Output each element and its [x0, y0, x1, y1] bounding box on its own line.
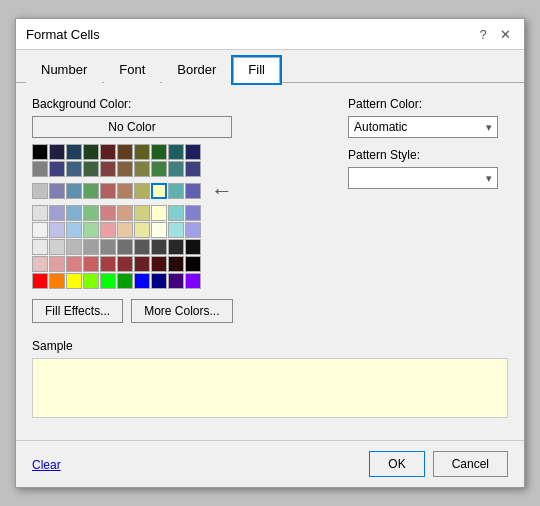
color-cell[interactable]	[151, 161, 167, 177]
color-cell[interactable]	[100, 273, 116, 289]
no-color-button[interactable]: No Color	[32, 116, 232, 138]
color-cell[interactable]	[185, 205, 201, 221]
color-cell[interactable]	[185, 161, 201, 177]
pattern-color-select[interactable]: Automatic	[348, 116, 498, 138]
color-cell[interactable]	[83, 183, 99, 199]
color-cell[interactable]	[151, 273, 167, 289]
color-cell[interactable]	[134, 273, 150, 289]
color-cell[interactable]	[168, 205, 184, 221]
color-row-4	[32, 205, 328, 221]
title-bar-right: ? ✕	[474, 25, 514, 43]
color-cell[interactable]	[49, 144, 65, 160]
color-cell[interactable]	[134, 222, 150, 238]
color-cell[interactable]	[83, 222, 99, 238]
color-cell[interactable]	[66, 161, 82, 177]
color-cell[interactable]	[32, 256, 48, 272]
tab-font[interactable]: Font	[104, 57, 160, 83]
color-cell[interactable]	[66, 144, 82, 160]
color-cell[interactable]	[168, 222, 184, 238]
color-cell[interactable]	[66, 273, 82, 289]
help-button[interactable]: ?	[474, 25, 492, 43]
clear-button[interactable]: Clear	[32, 458, 61, 472]
color-cell[interactable]	[83, 205, 99, 221]
color-cell[interactable]	[168, 273, 184, 289]
color-cell[interactable]	[117, 256, 133, 272]
color-cell[interactable]	[83, 256, 99, 272]
color-cell[interactable]	[32, 205, 48, 221]
color-cell[interactable]	[117, 183, 133, 199]
color-cell[interactable]	[134, 256, 150, 272]
color-cell[interactable]	[185, 144, 201, 160]
color-cell[interactable]	[66, 183, 82, 199]
color-cell[interactable]	[32, 183, 48, 199]
color-cell[interactable]	[117, 144, 133, 160]
color-cell[interactable]	[100, 239, 116, 255]
color-cell[interactable]	[168, 183, 184, 199]
color-cell[interactable]	[168, 144, 184, 160]
color-cell[interactable]	[185, 222, 201, 238]
color-cell[interactable]	[100, 183, 116, 199]
color-cell[interactable]	[168, 256, 184, 272]
tab-number[interactable]: Number	[26, 57, 102, 83]
color-cell[interactable]	[185, 256, 201, 272]
color-cell[interactable]	[151, 205, 167, 221]
color-cell[interactable]	[49, 161, 65, 177]
more-colors-button[interactable]: More Colors...	[131, 299, 232, 323]
footer-left: Clear	[32, 457, 361, 472]
color-cell[interactable]	[151, 144, 167, 160]
tab-fill[interactable]: Fill	[233, 57, 280, 83]
pattern-style-label: Pattern Style:	[348, 148, 508, 162]
color-cell[interactable]	[117, 273, 133, 289]
color-cell[interactable]	[66, 205, 82, 221]
color-cell[interactable]	[151, 222, 167, 238]
color-cell[interactable]	[83, 273, 99, 289]
color-cell[interactable]	[83, 161, 99, 177]
tab-border[interactable]: Border	[162, 57, 231, 83]
color-cell[interactable]	[49, 256, 65, 272]
color-cell[interactable]	[117, 205, 133, 221]
color-cell[interactable]	[49, 273, 65, 289]
color-cell[interactable]	[66, 222, 82, 238]
ok-button[interactable]: OK	[369, 451, 424, 477]
color-cell[interactable]	[151, 239, 167, 255]
color-cell[interactable]	[49, 183, 65, 199]
color-cell[interactable]	[134, 144, 150, 160]
color-cell[interactable]	[134, 183, 150, 199]
color-cell[interactable]	[185, 239, 201, 255]
color-cell[interactable]	[32, 161, 48, 177]
color-cell[interactable]	[100, 222, 116, 238]
color-cell-selected[interactable]	[151, 183, 167, 199]
color-cell[interactable]	[134, 239, 150, 255]
color-cell[interactable]	[185, 273, 201, 289]
color-cell[interactable]	[66, 256, 82, 272]
color-row-2	[32, 161, 328, 177]
color-cell[interactable]	[32, 144, 48, 160]
color-cell[interactable]	[32, 239, 48, 255]
title-bar: Format Cells ? ✕	[16, 19, 524, 50]
color-cell[interactable]	[134, 205, 150, 221]
color-cell[interactable]	[83, 239, 99, 255]
pattern-style-select[interactable]	[348, 167, 498, 189]
color-cell[interactable]	[117, 161, 133, 177]
color-cell[interactable]	[100, 161, 116, 177]
color-cell[interactable]	[100, 256, 116, 272]
color-cell[interactable]	[134, 161, 150, 177]
color-cell[interactable]	[117, 239, 133, 255]
color-cell[interactable]	[100, 144, 116, 160]
color-cell[interactable]	[117, 222, 133, 238]
color-cell[interactable]	[185, 183, 201, 199]
fill-effects-button[interactable]: Fill Effects...	[32, 299, 123, 323]
color-cell[interactable]	[32, 273, 48, 289]
cancel-button[interactable]: Cancel	[433, 451, 508, 477]
color-cell[interactable]	[49, 222, 65, 238]
color-cell[interactable]	[151, 256, 167, 272]
color-cell[interactable]	[49, 205, 65, 221]
color-cell[interactable]	[66, 239, 82, 255]
close-button[interactable]: ✕	[496, 25, 514, 43]
color-cell[interactable]	[100, 205, 116, 221]
color-cell[interactable]	[168, 239, 184, 255]
color-cell[interactable]	[49, 239, 65, 255]
color-cell[interactable]	[32, 222, 48, 238]
color-cell[interactable]	[83, 144, 99, 160]
color-cell[interactable]	[168, 161, 184, 177]
